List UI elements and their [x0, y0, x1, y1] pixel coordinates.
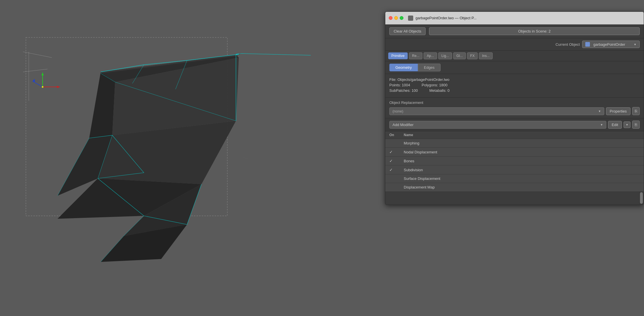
traffic-lights — [389, 16, 403, 20]
replacement-dropdown[interactable]: (none) ▼ — [389, 107, 604, 115]
tab-gl[interactable]: Gl... — [453, 52, 466, 59]
object-replacement-section: Object Replacement (none) ▼ Properties ⎘ — [385, 98, 644, 118]
modifier-dropdown-arrow-icon: ▼ — [600, 123, 603, 126]
window-icon — [408, 16, 413, 21]
svg-line-18 — [58, 138, 89, 196]
svg-line-17 — [98, 135, 112, 178]
modifier-name-morphing: Morphing — [404, 141, 640, 145]
svg-marker-12 — [124, 184, 201, 236]
current-object-row: Current Object garbagePointOrder ▼ — [385, 38, 644, 51]
current-object-value: garbagePointOrder — [593, 42, 625, 47]
svg-line-20 — [101, 236, 124, 262]
objects-in-scene: Objects in Scene: 2 — [429, 27, 640, 35]
sub-tab-geometry[interactable]: Geometry — [389, 64, 418, 71]
svg-line-30 — [23, 69, 47, 72]
scrollbar-track[interactable] — [639, 191, 644, 205]
modifier-item-subdivision[interactable]: ✓Subdivision — [385, 165, 644, 174]
object-cube-icon — [585, 42, 590, 47]
modifier-check-subdivision: ✓ — [389, 167, 404, 172]
modifier-toolbar: Add Modifier ▼ Edit ▼ ⎘ — [385, 118, 644, 131]
tab-primitive[interactable]: Primitive — [388, 52, 408, 59]
clear-all-button[interactable]: Clear All Objects — [389, 27, 426, 35]
replacement-value: (none) — [393, 109, 598, 113]
tab-fx[interactable]: FX — [467, 52, 478, 59]
minimize-button[interactable] — [394, 16, 398, 20]
svg-point-28 — [42, 86, 43, 88]
modifier-item-nodal-displacement[interactable]: ✓Nodal Displacement — [385, 148, 644, 157]
svg-line-14 — [132, 65, 144, 83]
sub-tab-bar: GeometryEdges — [385, 61, 644, 74]
svg-marker-5 — [101, 55, 239, 82]
tab-render[interactable]: Re... — [409, 52, 422, 59]
modifier-item-bones[interactable]: ✓Bones — [385, 157, 644, 165]
modifier-list: On Name Morphing✓Nodal Displacement✓Bone… — [385, 131, 644, 192]
object-properties-panel: garbagePointOrder.lwo — Object P... Clea… — [385, 12, 644, 205]
modifier-item-displacement-map[interactable]: Displacement Map — [385, 183, 644, 192]
modifier-copy-button[interactable]: ⎘ — [632, 121, 640, 129]
svg-marker-23 — [57, 86, 60, 88]
close-button[interactable] — [389, 16, 393, 20]
col-name-header: Name — [404, 133, 640, 137]
modifier-items-container: Morphing✓Nodal Displacement✓Bones✓Subdiv… — [385, 139, 644, 192]
svg-marker-6 — [89, 72, 115, 138]
tab-appearance[interactable]: Ap... — [424, 52, 437, 59]
polygons-count: Polygons: 1800 — [422, 83, 447, 87]
svg-line-29 — [23, 52, 52, 58]
svg-line-15 — [176, 60, 187, 89]
svg-line-19 — [124, 216, 144, 236]
add-modifier-dropdown[interactable]: Add Modifier ▼ — [389, 121, 606, 129]
panel-body: Clear All Objects Objects in Scene: 2 Cu… — [385, 24, 644, 192]
window-title: garbagePointOrder.lwo — Object P... — [416, 16, 477, 20]
metaballs-count: Metaballs: 0 — [429, 88, 449, 93]
svg-marker-10 — [98, 121, 236, 184]
svg-marker-27 — [33, 79, 35, 82]
edit-button[interactable]: Edit — [608, 121, 622, 129]
add-modifier-label: Add Modifier — [393, 123, 600, 127]
viewport — [0, 0, 394, 316]
modifier-name-nodal-displacement: Nodal Displacement — [404, 150, 640, 154]
svg-line-2 — [58, 0, 317, 316]
svg-marker-13 — [101, 224, 187, 262]
toolbar-row: Clear All Objects Objects in Scene: 2 — [385, 24, 644, 38]
modifier-name-bones: Bones — [404, 159, 640, 163]
object-replacement-label: Object Replacement — [389, 100, 640, 105]
tab-lighting[interactable]: Lig... — [438, 52, 452, 59]
geometry-info: File: Objects/garbagePointOrder.lwo Poin… — [385, 74, 644, 98]
file-path: File: Objects/garbagePointOrder.lwo — [389, 77, 449, 82]
modifier-name-displacement-map: Displacement Map — [404, 185, 640, 189]
modifier-item-morphing[interactable]: Morphing — [385, 139, 644, 148]
edit-dropdown-arrow-icon: ▼ — [624, 121, 630, 128]
maximize-button[interactable] — [400, 16, 403, 20]
scrollbar-thumb[interactable] — [640, 192, 643, 204]
properties-button[interactable]: Properties — [606, 107, 630, 115]
svg-rect-4 — [26, 37, 227, 216]
current-object-label: Current Object — [555, 42, 580, 47]
points-count: Points: 1004 — [389, 83, 410, 87]
sub-tab-edges[interactable]: Edges — [418, 64, 441, 71]
svg-marker-11 — [58, 178, 201, 219]
current-object-dropdown[interactable]: garbagePointOrder ▼ — [582, 41, 640, 48]
modifier-check-bones: ✓ — [389, 159, 404, 163]
svg-line-3 — [0, 86, 394, 201]
modifier-item-surface-displacement[interactable]: Surface Displacement — [385, 174, 644, 183]
copy-icon: ⎘ — [635, 109, 637, 113]
col-on-header: On — [389, 133, 404, 137]
replacement-arrow-icon: ▼ — [598, 110, 601, 113]
svg-marker-25 — [41, 73, 44, 75]
modifier-name-subdivision: Subdivision — [404, 168, 640, 172]
svg-marker-7 — [112, 58, 239, 135]
svg-line-21 — [236, 54, 239, 55]
replacement-row: (none) ▼ Properties ⎘ — [389, 107, 640, 115]
title-bar: garbagePointOrder.lwo — Object P... — [385, 12, 644, 24]
viewport-svg — [0, 0, 394, 316]
modifier-name-surface-displacement: Surface Displacement — [404, 176, 640, 181]
dropdown-arrow-icon: ▼ — [634, 43, 637, 46]
svg-line-26 — [33, 81, 43, 87]
modifier-list-header: On Name — [385, 131, 644, 139]
copy-button[interactable]: ⎘ — [632, 107, 640, 115]
modifier-copy-icon: ⎘ — [635, 122, 637, 127]
modifier-check-nodal-displacement: ✓ — [389, 150, 404, 154]
subpatches-count: SubPatches: 100 — [389, 88, 418, 93]
tab-instances[interactable]: Ins... — [479, 52, 493, 59]
tab-bar: PrimitiveRe...Ap...Lig...Gl...FXIns... — [385, 51, 644, 61]
